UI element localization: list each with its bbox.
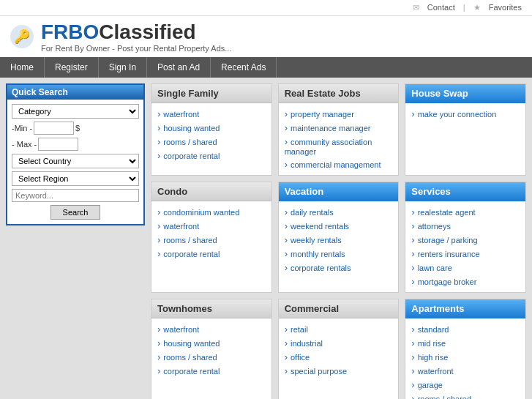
com-retail-link[interactable]: retail (285, 322, 393, 336)
th-housing-wanted-link[interactable]: housing wanted (157, 336, 266, 350)
condo-title: Condo (151, 182, 271, 201)
keyword-row (12, 189, 139, 202)
nav-item-signin[interactable]: Sign In (99, 57, 147, 78)
condo-corporate-rental-link[interactable]: corporate rental (157, 247, 266, 261)
min-input[interactable] (34, 122, 74, 135)
nav-link-postad[interactable]: Post an Ad (147, 57, 211, 78)
apt-standard-link[interactable]: standard (411, 322, 520, 336)
rej-maintenance-manager-link[interactable]: maintenance manager (285, 121, 393, 135)
search-button[interactable]: Search (50, 205, 101, 220)
services-links: realestate agent attorneys storage / par… (405, 201, 525, 292)
svc-attorneys-link[interactable]: attorneys (411, 219, 520, 233)
content-grid: Single Family waterfront housing wanted … (151, 83, 526, 399)
vacation-section: Vacation daily rentals weekend rentals w… (278, 182, 400, 293)
country-row: Select Country (12, 154, 139, 168)
sf-rooms-shared-link[interactable]: rooms / shared (157, 135, 266, 149)
vac-weekend-link[interactable]: weekend rentals (285, 219, 393, 233)
star-icon: ★ (473, 3, 481, 12)
max-input[interactable] (38, 138, 78, 151)
real-estate-jobs-title: Real Estate Jobs (279, 84, 399, 103)
nav-item-recentads[interactable]: Recent Ads (211, 57, 277, 78)
keyword-input[interactable] (12, 189, 139, 202)
services-section: Services realestate agent attorneys stor… (405, 182, 526, 293)
nav-link-register[interactable]: Register (45, 57, 99, 78)
apartments-section: Apartments standard mid rise high rise w… (405, 299, 526, 399)
house-swap-section: House Swap make your connection (405, 83, 526, 176)
nav: Home Register Sign In Post an Ad Recent … (0, 57, 532, 78)
apt-rooms-shared-link[interactable]: rooms / shared (411, 392, 520, 399)
th-waterfront-link[interactable]: waterfront (157, 322, 266, 336)
condo-rooms-shared-link[interactable]: rooms / shared (157, 233, 266, 247)
condo-waterfront-link[interactable]: waterfront (157, 219, 266, 233)
house-swap-links: make your connection (405, 103, 525, 124)
svc-realestate-agent-link[interactable]: realestate agent (411, 205, 520, 219)
hs-make-connection-link[interactable]: make your connection (411, 107, 520, 121)
real-estate-jobs-section: Real Estate Jobs property manager mainte… (278, 83, 400, 176)
commercial-links: retail industrial office special purpose (279, 318, 399, 381)
vac-corporate-link[interactable]: corporate rentals (285, 261, 393, 275)
rej-community-assoc-link[interactable]: community association manager (285, 135, 393, 157)
apt-waterfront-link[interactable]: waterfront (411, 364, 520, 378)
header: 🔑 FRBOClassified For Rent By Owner - Pos… (0, 16, 532, 57)
vacation-links: daily rentals weekend rentals weekly ren… (279, 201, 399, 278)
envelope-icon: ✉ (413, 3, 419, 12)
region-select[interactable]: Select Region (12, 171, 139, 186)
nav-item-register[interactable]: Register (45, 57, 99, 78)
nav-link-signin[interactable]: Sign In (99, 57, 147, 78)
svc-renters-insurance-link[interactable]: renters insurance (411, 247, 520, 261)
townhomes-links: waterfront housing wanted rooms / shared… (151, 318, 271, 381)
condo-section: Condo condominium wanted waterfront room… (151, 182, 272, 293)
sf-housing-wanted-link[interactable]: housing wanted (157, 121, 266, 135)
rej-commercial-mgmt-link[interactable]: commercial management (285, 157, 393, 171)
apt-mid-rise-link[interactable]: mid rise (411, 336, 520, 350)
favorites-link[interactable]: Favorites (489, 3, 522, 12)
tagline: For Rent By Owner - Post your Rental Pro… (41, 44, 231, 53)
nav-item-postad[interactable]: Post an Ad (147, 57, 211, 78)
apartments-links: standard mid rise high rise waterfront g… (405, 318, 525, 399)
nav-link-home[interactable]: Home (0, 57, 45, 78)
sidebar: Quick Search Category -Min - $ - Max - S… (6, 83, 145, 399)
th-rooms-shared-link[interactable]: rooms / shared (157, 350, 266, 364)
com-office-link[interactable]: office (285, 350, 393, 364)
nav-item-home[interactable]: Home (0, 57, 45, 78)
apt-garage-link[interactable]: garage (411, 378, 520, 392)
category-row: Category (12, 104, 139, 119)
contact-link[interactable]: Contact (427, 3, 455, 12)
services-title: Services (405, 182, 525, 201)
nav-link-recentads[interactable]: Recent Ads (211, 57, 277, 78)
main-wrapper: Quick Search Category -Min - $ - Max - S… (0, 78, 532, 399)
svc-mortgage-broker-link[interactable]: mortgage broker (411, 275, 520, 288)
townhomes-title: Townhomes (151, 299, 271, 318)
top-bar: ✉ Contact | ★ Favorites (0, 0, 532, 16)
category-select[interactable]: Category (12, 104, 139, 119)
real-estate-jobs-links: property manager maintenance manager com… (279, 103, 399, 175)
logo-text: FRBOClassified (41, 22, 231, 42)
sf-corporate-rental-link[interactable]: corporate rental (157, 149, 266, 163)
max-label: - Max - (12, 140, 37, 149)
th-corporate-rental-link[interactable]: corporate rental (157, 364, 266, 378)
single-family-section: Single Family waterfront housing wanted … (151, 83, 272, 176)
rej-property-manager-link[interactable]: property manager (285, 107, 393, 121)
townhomes-section: Townhomes waterfront housing wanted room… (151, 299, 272, 399)
vac-weekly-link[interactable]: weekly rentals (285, 233, 393, 247)
separator: | (463, 3, 465, 12)
single-family-links: waterfront housing wanted rooms / shared… (151, 103, 271, 166)
vacation-title: Vacation (279, 182, 399, 201)
quick-search-box: Quick Search Category -Min - $ - Max - S… (6, 83, 145, 225)
com-industrial-link[interactable]: industrial (285, 336, 393, 350)
price-max-row: - Max - (12, 138, 139, 151)
vac-daily-link[interactable]: daily rentals (285, 205, 393, 219)
logo-frbo: FRBO (41, 20, 99, 43)
logo-classified: Classified (99, 20, 195, 43)
apt-high-rise-link[interactable]: high rise (411, 350, 520, 364)
condo-links: condominium wanted waterfront rooms / sh… (151, 201, 271, 264)
price-min-row: -Min - $ (12, 122, 139, 135)
svc-storage-parking-link[interactable]: storage / parking (411, 233, 520, 247)
sf-waterfront-link[interactable]: waterfront (157, 107, 266, 121)
country-select[interactable]: Select Country (12, 154, 139, 168)
condo-wanted-link[interactable]: condominium wanted (157, 205, 266, 219)
quick-search-title: Quick Search (7, 85, 143, 100)
com-special-purpose-link[interactable]: special purpose (285, 364, 393, 378)
vac-monthly-link[interactable]: monthly rentals (285, 247, 393, 261)
svc-lawn-care-link[interactable]: lawn care (411, 261, 520, 275)
